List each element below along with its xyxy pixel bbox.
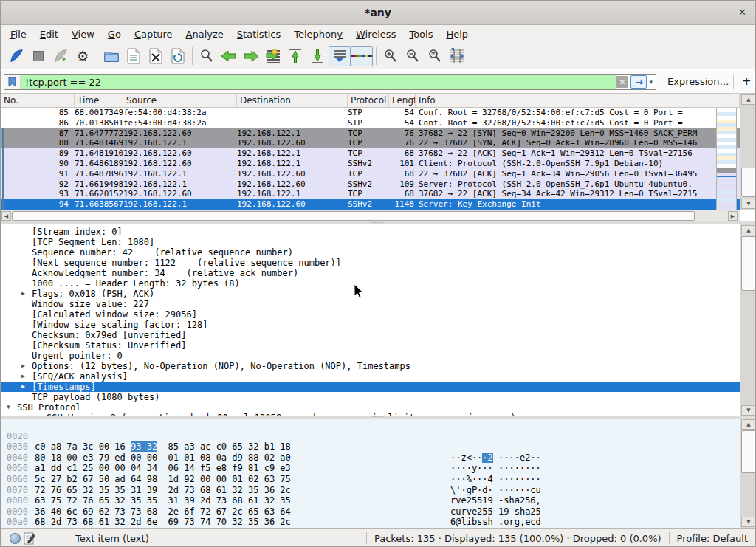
scroll-up-icon[interactable]: ▲ — [741, 419, 756, 430]
expert-info-icon[interactable] — [10, 533, 21, 544]
expander-icon[interactable]: ▼ — [5, 402, 17, 413]
detail-line[interactable]: 1000 .... = Header Length: 32 bytes (8) — [1, 278, 740, 289]
packet-row[interactable]: 94 71.663856741 192.168.122.1 192.168.12… — [1, 199, 740, 210]
packet-list-header[interactable]: No. Time Source Destination Protocol Len… — [1, 94, 740, 108]
scroll-down-icon[interactable]: ▼ — [741, 517, 756, 527]
intelligent-scrollbar-minimap[interactable] — [716, 108, 737, 210]
scroll-down-icon[interactable]: ▼ — [741, 405, 756, 416]
menu-item[interactable]: Go — [101, 27, 128, 42]
go-to-packet-icon[interactable] — [262, 46, 284, 66]
expander-icon[interactable] — [20, 268, 32, 278]
detail-line[interactable]: [Calculated window size: 29056] — [1, 309, 740, 320]
packet-list-hscrollbar[interactable]: ◀ ▶ — [1, 210, 740, 221]
go-forward-icon[interactable] — [240, 46, 262, 66]
hex-row[interactable]: 0050 5c 27 b2 67 50 ad 64 98 1d 92 00 00… — [1, 453, 740, 464]
detail-line[interactable]: Urgent pointer: 0 — [1, 351, 740, 361]
expander-icon[interactable] — [20, 330, 32, 340]
menu-item[interactable]: Telephony — [287, 27, 349, 42]
detail-line[interactable]: TCP payload (1080 bytes) — [1, 392, 740, 402]
expander-icon[interactable] — [20, 299, 32, 309]
profile-label[interactable]: Profile: Default — [670, 533, 755, 544]
expander-icon[interactable]: ▶ — [20, 361, 32, 371]
detail-line[interactable]: [Next sequence number: 1122 (relative se… — [1, 258, 740, 268]
menu-item[interactable]: View — [65, 27, 101, 42]
hex-row[interactable]: 00a0 65 63 64 68 2d 73 68 61 32 2d 6e 69… — [1, 506, 740, 517]
capture-comment-icon[interactable] — [21, 528, 38, 547]
scrollbar-thumb[interactable] — [741, 430, 756, 473]
col-protocol[interactable]: Protocol — [348, 94, 389, 107]
menu-item[interactable]: Analyze — [179, 27, 230, 42]
hex-row[interactable]: 0070 63 75 72 76 65 32 35 35 31 39 2d 73… — [1, 474, 740, 485]
scroll-left-icon[interactable]: ◀ — [1, 211, 11, 221]
resize-columns-icon[interactable] — [446, 46, 468, 66]
packet-row[interactable]: 88 71.648146932 192.168.122.1 192.168.12… — [1, 138, 740, 148]
packet-row[interactable]: 89 71.648191037 192.168.122.60 192.168.1… — [1, 148, 740, 159]
scrollbar-thumb[interactable] — [12, 211, 695, 221]
hex-row[interactable]: 0090 68 2d 73 68 61 32 2d 6e 69 73 74 70… — [1, 495, 740, 506]
packet-row[interactable]: 90 71.648618924 192.168.122.60 192.168.1… — [1, 159, 740, 169]
filter-text[interactable]: !tcp.port == 22 — [21, 75, 616, 89]
save-file-icon[interactable] — [123, 46, 145, 66]
detail-line[interactable]: [Stream index: 0] — [1, 227, 740, 237]
col-source[interactable]: Source — [123, 94, 237, 107]
expander-icon[interactable]: ▶ — [20, 371, 32, 382]
auto-scroll-icon[interactable] — [329, 46, 351, 66]
packet-row[interactable]: 87 71.647777234 192.168.122.60 192.168.1… — [1, 128, 740, 139]
stop-capture-icon[interactable] — [27, 46, 49, 66]
reload-file-icon[interactable] — [167, 46, 189, 66]
detail-line[interactable]: Checksum: 0x79ed [unverified] — [1, 330, 740, 340]
col-info[interactable]: Info — [416, 94, 740, 107]
detail-line[interactable]: ▶ Flags: 0x018 (PSH, ACK) — [1, 289, 740, 299]
close-file-icon[interactable] — [145, 46, 167, 66]
packet-row[interactable]: 93 71.662015274 192.168.122.60 192.168.1… — [1, 189, 740, 199]
hex-row[interactable]: 0030 80 18 00 e3 79 ed 00 00 01 01 08 0a… — [1, 431, 740, 442]
expander-icon[interactable] — [20, 320, 32, 330]
menu-item[interactable]: Tools — [402, 27, 439, 42]
col-length[interactable]: Length — [389, 94, 416, 107]
hex-vscrollbar[interactable]: ▲ ▼ — [740, 419, 756, 528]
packet-list-vscrollbar[interactable]: ▲ ▼ — [740, 94, 756, 210]
detail-line[interactable]: ▶ [Timestamps] — [1, 382, 740, 392]
title-bar[interactable]: *any ✕ — [1, 1, 755, 25]
detail-line[interactable]: [Checksum Status: Unverified] — [1, 340, 740, 351]
expression-button[interactable]: Expression… — [667, 76, 729, 87]
expander-icon[interactable] — [20, 227, 32, 237]
detail-line[interactable]: ▶ Options: (12 bytes), No-Operation (NOP… — [1, 361, 740, 371]
detail-line[interactable]: Sequence number: 42 (relative sequence n… — [1, 247, 740, 258]
filter-dropdown-icon[interactable]: ▾ — [648, 78, 656, 86]
menu-item[interactable]: Capture — [128, 27, 179, 42]
packet-row[interactable]: 86 70.013850163 fe:54:00:d4:38:2a STP 54… — [1, 118, 740, 128]
detail-line[interactable]: [TCP Segment Len: 1080] — [1, 237, 740, 247]
expander-icon[interactable] — [20, 278, 32, 289]
zoom-out-icon[interactable] — [402, 46, 424, 66]
capture-options-icon[interactable]: ⚙ — [72, 46, 94, 66]
colorize-icon[interactable] — [351, 46, 373, 66]
menu-item[interactable]: Help — [439, 27, 475, 42]
menu-item[interactable]: Wireless — [349, 27, 402, 42]
packet-row[interactable]: 92 71.661949820 192.168.122.1 192.168.12… — [1, 179, 740, 190]
expander-icon[interactable] — [20, 340, 32, 351]
expander-icon[interactable] — [20, 258, 32, 268]
hex-row[interactable]: 00b0 38 34 2c 65 63 64 68 2d 73 68 61 32… — [1, 517, 740, 528]
menu-item[interactable]: Statistics — [230, 27, 287, 42]
scrollbar-thumb[interactable] — [741, 236, 756, 291]
scroll-up-icon[interactable]: ▲ — [741, 94, 756, 105]
display-filter-input[interactable]: !tcp.port == 22 ✕ → ▾ — [4, 74, 656, 90]
open-file-icon[interactable] — [100, 46, 123, 66]
col-no[interactable]: No. — [1, 94, 75, 107]
detail-line[interactable]: ▼ SSH Protocol — [1, 402, 740, 413]
packet-row[interactable]: 85 68.001734936 fe:54:00:d4:38:2a STP 54… — [1, 108, 740, 118]
zoom-original-icon[interactable] — [424, 46, 446, 66]
add-filter-button[interactable]: + — [742, 75, 752, 88]
filter-clear-icon[interactable]: ✕ — [616, 76, 628, 88]
expander-icon[interactable] — [20, 309, 32, 320]
scroll-down-icon[interactable]: ▼ — [741, 199, 756, 209]
expander-icon[interactable]: ▶ — [20, 289, 32, 299]
scrollbar-thumb[interactable] — [741, 168, 756, 197]
details-vscrollbar[interactable]: ▲ ▼ — [740, 224, 756, 416]
menu-item[interactable]: Edit — [33, 27, 65, 42]
detail-line[interactable]: Window size value: 227 — [1, 299, 740, 309]
hex-row[interactable]: 0060 72 76 65 32 35 35 31 39 2d 73 68 61… — [1, 463, 740, 474]
start-capture-icon[interactable] — [5, 46, 27, 66]
expander-icon[interactable]: ▶ — [20, 382, 32, 392]
